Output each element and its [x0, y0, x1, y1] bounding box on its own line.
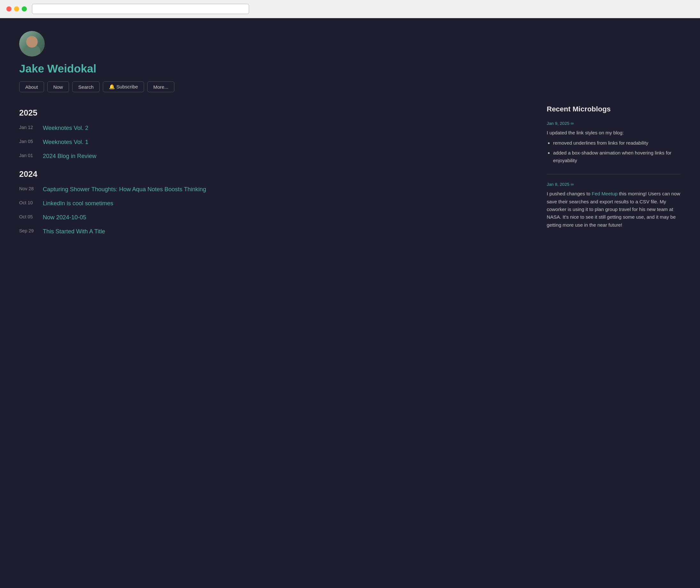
- microblog-list: removed underlines from links for readab…: [547, 139, 681, 164]
- nav-about[interactable]: About: [19, 81, 44, 92]
- microblog-text: I updated the link styles on my blog:: [547, 130, 624, 135]
- microblog-date: Jan 9, 2025 ∞: [547, 121, 681, 126]
- post-list-2024: Nov 28 Capturing Shower Thoughts: How Aq…: [19, 185, 528, 235]
- microblogs-heading: Recent Microblogs: [547, 105, 681, 113]
- list-item: removed underlines from links for readab…: [553, 139, 681, 147]
- microblog-rest-text: this morning! Users can now save their s…: [547, 191, 680, 227]
- microblog-intro-text: I pushed changes to: [547, 191, 592, 196]
- microblog-divider: [547, 174, 681, 174]
- list-item: added a box-shadow animation when hoveri…: [553, 149, 681, 165]
- post-title-link[interactable]: Weeknotes Vol. 2: [43, 124, 88, 132]
- post-date: Jan 05: [19, 138, 36, 144]
- post-list-2025: Jan 12 Weeknotes Vol. 2 Jan 05 Weeknotes…: [19, 124, 528, 160]
- post-date: Jan 12: [19, 124, 36, 130]
- post-date: Jan 01: [19, 152, 36, 158]
- post-date: Oct 05: [19, 213, 36, 219]
- blog-section: 2025 Jan 12 Weeknotes Vol. 2 Jan 05 Week…: [19, 105, 528, 245]
- traffic-light-green[interactable]: [22, 6, 27, 11]
- post-item: Nov 28 Capturing Shower Thoughts: How Aq…: [19, 185, 528, 193]
- main-layout: 2025 Jan 12 Weeknotes Vol. 2 Jan 05 Week…: [19, 105, 681, 245]
- post-title-link[interactable]: LinkedIn is cool sometimes: [43, 199, 113, 207]
- avatar: [19, 31, 45, 57]
- address-bar[interactable]: [32, 4, 249, 14]
- post-item: Oct 05 Now 2024-10-05: [19, 213, 528, 222]
- nav-more[interactable]: More...: [147, 81, 174, 92]
- post-title-link[interactable]: This Started With A Title: [43, 227, 105, 236]
- microblogs-section: Recent Microblogs Jan 9, 2025 ∞ I update…: [547, 105, 681, 238]
- microblog-date: Jan 8, 2025 ∞: [547, 182, 681, 187]
- year-2024: 2024: [19, 170, 528, 179]
- traffic-light-yellow[interactable]: [14, 6, 19, 11]
- page-content: Jake Weidokal About Now Search 🔔 Subscri…: [0, 18, 700, 588]
- post-title-link[interactable]: Capturing Shower Thoughts: How Aqua Note…: [43, 185, 206, 193]
- post-item: Jan 01 2024 Blog in Review: [19, 152, 528, 160]
- post-title-link[interactable]: 2024 Blog in Review: [43, 152, 96, 160]
- post-item: Jan 12 Weeknotes Vol. 2: [19, 124, 528, 132]
- nav-subscribe[interactable]: 🔔 Subscribe: [103, 81, 144, 92]
- post-item: Jan 05 Weeknotes Vol. 1: [19, 138, 528, 146]
- microblog-item: Jan 9, 2025 ∞ I updated the link styles …: [547, 121, 681, 164]
- post-title-link[interactable]: Weeknotes Vol. 1: [43, 138, 88, 146]
- post-title-link[interactable]: Now 2024-10-05: [43, 213, 86, 222]
- avatar-image: [19, 31, 45, 57]
- nav-buttons: About Now Search 🔔 Subscribe More...: [19, 81, 681, 92]
- site-title: Jake Weidokal: [19, 62, 681, 75]
- post-date: Oct 10: [19, 199, 36, 205]
- microblog-item: Jan 8, 2025 ∞ I pushed changes to Fed Me…: [547, 182, 681, 229]
- profile-section: Jake Weidokal About Now Search 🔔 Subscri…: [19, 31, 681, 92]
- nav-search[interactable]: Search: [72, 81, 100, 92]
- post-item: Oct 10 LinkedIn is cool sometimes: [19, 199, 528, 207]
- year-2025: 2025: [19, 108, 528, 117]
- fed-meetup-link[interactable]: Fed Meetup: [592, 191, 618, 196]
- post-date: Nov 28: [19, 185, 36, 191]
- microblog-body: I updated the link styles on my blog: re…: [547, 129, 681, 164]
- post-item: Sep 29 This Started With A Title: [19, 227, 528, 236]
- nav-now[interactable]: Now: [47, 81, 69, 92]
- traffic-lights: [6, 6, 27, 11]
- browser-chrome: [0, 0, 700, 18]
- post-date: Sep 29: [19, 227, 36, 233]
- microblog-body: I pushed changes to Fed Meetup this morn…: [547, 190, 681, 229]
- traffic-light-red[interactable]: [6, 6, 11, 11]
